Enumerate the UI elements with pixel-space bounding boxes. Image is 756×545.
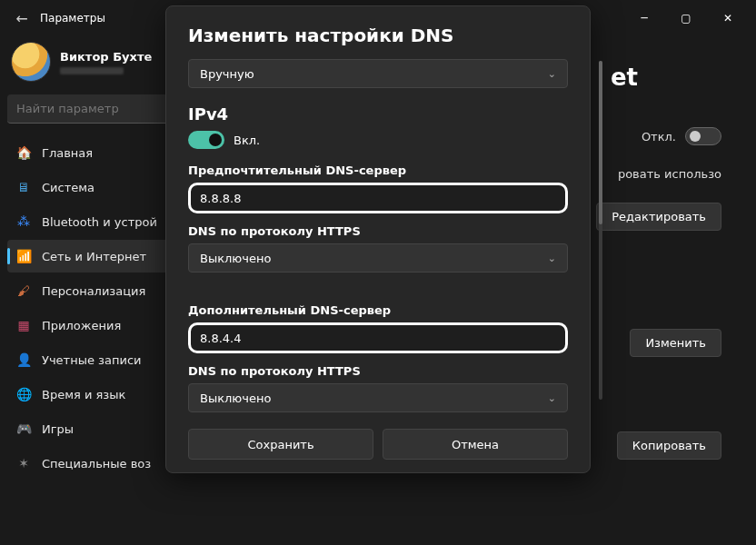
chevron-down-icon: ⌄ [548,392,556,404]
dns-settings-modal: Изменить настройки DNS Вручную ⌄ IPv4 Вк… [165,5,591,473]
doh1-label: DNS по протоколу HTTPS [188,224,568,238]
chevron-down-icon: ⌄ [548,253,556,264]
alt-dns-input[interactable] [188,322,568,353]
cancel-button[interactable]: Отмена [383,429,568,460]
doh2-label: DNS по протоколу HTTPS [188,364,568,378]
doh2-select[interactable]: Выключено ⌄ [188,383,568,412]
save-button[interactable]: Сохранить [188,429,373,460]
modal-overlay: Изменить настройки DNS Вручную ⌄ IPv4 Вк… [0,0,756,545]
select-value: Выключено [200,252,271,265]
ipv4-heading: IPv4 [188,104,568,124]
select-value: Вручную [200,67,254,81]
ipv4-toggle-label: Вкл. [234,134,260,147]
modal-title: Изменить настройки DNS [188,25,568,46]
preferred-dns-input[interactable] [188,183,568,213]
alt-dns-label: Дополнительный DNS-сервер [188,303,568,317]
preferred-dns-label: Предпочтительный DNS-сервер [188,164,568,177]
ipv4-toggle[interactable] [188,131,224,149]
modal-scrollbar[interactable] [599,61,602,400]
dns-mode-select[interactable]: Вручную ⌄ [188,59,568,88]
chevron-down-icon: ⌄ [548,68,556,80]
doh1-select[interactable]: Выключено ⌄ [188,243,568,272]
select-value: Выключено [200,391,271,405]
